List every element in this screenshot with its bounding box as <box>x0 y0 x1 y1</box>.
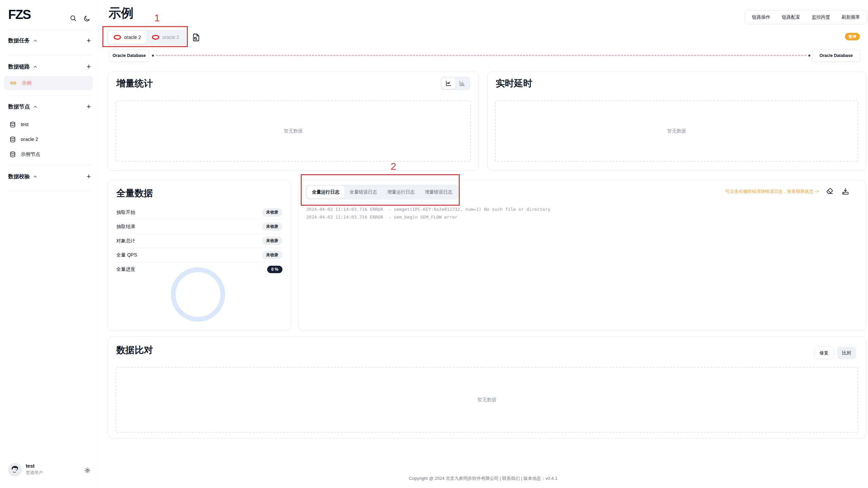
gear-icon <box>84 467 91 474</box>
oracle-logo-icon <box>114 35 121 40</box>
card-title: 实时延时 <box>496 77 532 89</box>
add-data-link-button[interactable]: + <box>86 63 91 70</box>
stat-row: 抽取开始 未收录 <box>116 205 282 220</box>
database-icon <box>9 121 16 128</box>
add-data-node-button[interactable]: + <box>86 103 91 110</box>
avatar[interactable] <box>8 463 22 476</box>
empty-text: 暂无数据 <box>667 128 686 134</box>
add-data-task-button[interactable]: + <box>86 37 91 44</box>
line-chart-toggle-button[interactable] <box>442 78 455 89</box>
log-tab-group: 全量运行日志 全量错误日志 增量运行日志 增量错误日志 <box>305 185 459 200</box>
tab-label: oracle 2 <box>162 35 179 40</box>
line-chart-icon <box>445 80 452 87</box>
inspect-config-button[interactable] <box>191 33 201 42</box>
download-icon <box>842 187 849 195</box>
section-label: 数据校验 <box>8 173 30 180</box>
sidebar-section-data-verify[interactable]: 数据校验 + <box>8 171 91 182</box>
page: FZS 数据任务 + 数据链路 + 示例 <box>0 0 868 488</box>
status-badge: 未收录 <box>262 251 282 259</box>
chevron-up-icon <box>33 38 38 43</box>
sidebar-section-data-nodes[interactable]: 数据节点 + <box>8 102 91 112</box>
oracle-logo-icon <box>152 35 159 40</box>
eraser-icon <box>826 187 834 195</box>
annotation-number-1: 1 <box>154 12 160 24</box>
add-data-verify-button[interactable]: + <box>86 173 91 180</box>
card-title: 数据比对 <box>116 344 153 356</box>
compare-button[interactable]: 比对 <box>837 347 856 359</box>
realtime-latency-card: 实时延时 暂无数据 <box>487 72 866 171</box>
dark-mode-button[interactable] <box>82 14 92 23</box>
chevron-up-icon <box>33 64 38 69</box>
log-hint-text: 可点击右侧按钮清除错误日志，恢复链路状态 -> <box>725 188 819 195</box>
empty-compare-area: 暂无数据 <box>116 367 858 433</box>
progress-badge: 0 % <box>267 266 282 273</box>
sidebar-section-data-tasks[interactable]: 数据任务 + <box>8 36 91 46</box>
divider <box>8 30 91 30</box>
stat-row: 全量 QPS 未收录 <box>116 248 282 262</box>
nav-link-operation-button[interactable]: 链路操作 <box>746 11 776 24</box>
stat-rows: 抽取开始 未收录 抽取结束 未收录 对象总计 未收录 全量 QPS 未收录 全量… <box>116 205 282 277</box>
status-badge: 未收录 <box>262 208 282 217</box>
sidebar-item-node-example[interactable]: 示例节点 <box>4 148 93 161</box>
search-button[interactable] <box>68 14 78 23</box>
stat-label: 抽取开始 <box>116 209 135 216</box>
section-label: 数据链路 <box>8 63 30 70</box>
sidebar-item-label: test <box>21 122 28 127</box>
bar-chart-toggle-button[interactable] <box>455 78 469 89</box>
empty-text: 暂无数据 <box>477 397 496 403</box>
chevron-up-icon <box>33 174 38 179</box>
tab-incr-run-log[interactable]: 增量运行日志 <box>382 186 420 198</box>
tab-target-oracle2[interactable]: oracle 2 <box>146 31 185 44</box>
file-search-icon <box>192 33 201 42</box>
db-tab-group: oracle 2 oracle 2 <box>107 29 186 45</box>
nav-refresh-rate-button[interactable]: 刷新频率 <box>836 11 866 24</box>
incremental-stats-card: 增量统计 暂无数据 <box>108 72 479 171</box>
page-title: 示例 <box>108 5 134 22</box>
status-badge: 未收录 <box>262 222 282 231</box>
empty-text: 暂无数据 <box>284 128 303 134</box>
user-name: test <box>26 463 35 469</box>
tab-label: oracle 2 <box>124 35 141 40</box>
link-endpoint-dot <box>152 55 154 57</box>
link-dashed-line <box>156 55 806 56</box>
chevron-up-icon <box>33 104 38 109</box>
empty-chart-area: 暂无数据 <box>495 100 858 162</box>
tab-source-oracle2[interactable]: oracle 2 <box>108 31 146 44</box>
source-node-box[interactable]: Oracle Database <box>109 49 149 62</box>
search-icon <box>70 15 77 22</box>
card-title: 全量数据 <box>116 187 153 199</box>
target-node-box[interactable]: Oracle Database <box>812 49 860 62</box>
download-log-button[interactable] <box>841 186 850 196</box>
tab-full-error-log[interactable]: 全量错误日志 <box>344 186 382 198</box>
stat-label: 全量 QPS <box>116 252 137 258</box>
chart-type-toggle <box>440 77 470 90</box>
stat-row: 抽取结束 未收录 <box>116 220 282 234</box>
settings-button[interactable] <box>83 466 92 475</box>
full-data-card: 全量数据 抽取开始 未收录 抽取结束 未收录 对象总计 未收录 全量 QPS 未… <box>108 180 291 331</box>
annotation-number-2: 2 <box>391 161 396 172</box>
repair-button[interactable]: 修复 <box>814 347 834 359</box>
sidebar-item-example-link[interactable]: 示例 <box>4 76 93 90</box>
stat-label: 对象总计 <box>116 238 135 244</box>
sidebar-item-node-oracle2[interactable]: oracle 2 <box>4 133 93 146</box>
sidebar-item-label: 示例 <box>22 80 32 86</box>
empty-chart-area: 暂无数据 <box>116 100 471 162</box>
pause-button[interactable]: 暂停 <box>845 33 860 40</box>
clear-log-button[interactable] <box>825 186 834 196</box>
sidebar-item-node-test[interactable]: test <box>4 118 93 131</box>
nav-link-config-button[interactable]: 链路配置 <box>776 11 806 24</box>
tab-full-run-log[interactable]: 全量运行日志 <box>307 186 344 198</box>
user-profile[interactable]: test 普通用户 <box>0 462 98 482</box>
data-compare-card: 数据比对 修复 比对 暂无数据 <box>108 336 866 439</box>
stat-label: 抽取结束 <box>116 224 135 230</box>
log-output[interactable]: 2024-04-02 11:14:03.716 ERROR - semget(I… <box>306 205 858 325</box>
link-endpoint-dot <box>808 55 810 57</box>
footer-copyright: Copyright @ 2024 北京九桥同步软件有限公司 | 联系我们 | 版… <box>98 475 868 482</box>
tab-incr-error-log[interactable]: 增量错误日志 <box>420 186 457 198</box>
app-logo: FZS <box>8 7 31 22</box>
sidebar-section-data-links[interactable]: 数据链路 + <box>8 62 91 72</box>
nav-monitor-span-button[interactable]: 监控跨度 <box>806 11 836 24</box>
divider <box>8 55 91 56</box>
database-icon <box>9 151 16 158</box>
top-nav: 链路操作 链路配置 监控跨度 刷新频率 <box>745 10 867 24</box>
